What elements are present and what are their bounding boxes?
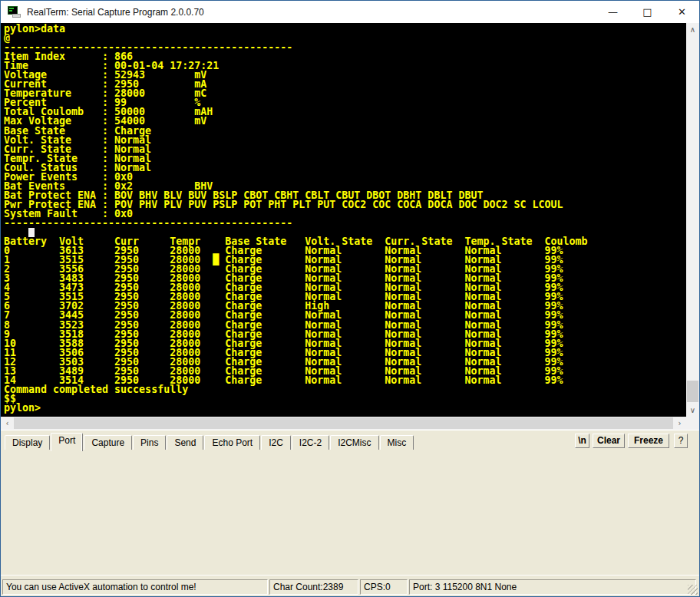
help-button[interactable]: ?	[674, 434, 688, 448]
tab-strip: DisplayPortCapturePinsSendEcho PortI2CI2…	[5, 433, 414, 450]
tab-port[interactable]: Port	[51, 433, 83, 451]
minimize-button[interactable]: —	[596, 1, 630, 23]
realterm-window: RealTerm: Serial Capture Program 2.0.0.7…	[0, 0, 700, 597]
scroll-left-icon[interactable]: ‹	[1, 417, 14, 430]
tab-send[interactable]: Send	[167, 435, 203, 450]
clear-button[interactable]: Clear	[593, 434, 625, 448]
terminal-display[interactable]: pylon>data @ ---------------------------…	[1, 23, 686, 417]
freeze-button[interactable]: Freeze	[628, 434, 669, 448]
window-title: RealTerm: Serial Capture Program 2.0.0.7…	[27, 7, 204, 18]
resize-grip[interactable]	[688, 585, 698, 595]
statusbar-char-count: Char Count:2389	[269, 579, 358, 595]
titlebar[interactable]: RealTerm: Serial Capture Program 2.0.0.7…	[1, 1, 699, 23]
scroll-up-icon[interactable]: ∧	[686, 23, 699, 36]
tab-capture[interactable]: Capture	[84, 435, 132, 450]
horizontal-scrollbar[interactable]: ‹ ›	[1, 417, 686, 430]
terminal-output: pylon>data @ ---------------------------…	[1, 23, 686, 413]
horizontal-scrollbar-thumb[interactable]	[14, 417, 673, 429]
tab-pins[interactable]: Pins	[133, 435, 166, 450]
tab-i2c-2[interactable]: I2C-2	[292, 435, 329, 450]
statusbar-message: You can use ActiveX automation to contro…	[2, 579, 268, 595]
vertical-scrollbar-thumb[interactable]	[687, 381, 698, 402]
terminal-cursor	[28, 228, 35, 237]
tab-i2c[interactable]: I2C	[261, 435, 291, 450]
statusbar: You can use ActiveX automation to contro…	[1, 577, 699, 597]
newline-button[interactable]: \n	[575, 434, 589, 448]
tab-bar: DisplayPortCapturePinsSendEcho PortI2CI2…	[1, 430, 699, 450]
scroll-down-icon[interactable]: ∨	[686, 404, 699, 417]
tab-display[interactable]: Display	[5, 435, 50, 450]
app-icon	[8, 5, 21, 18]
scrollbar-corner	[686, 417, 699, 430]
statusbar-port-info: Port: 3 115200 8N1 None	[409, 579, 696, 595]
scroll-right-icon[interactable]: ›	[673, 417, 686, 430]
tab-misc[interactable]: Misc	[380, 435, 414, 450]
statusbar-cps: CPS:0	[360, 579, 408, 595]
vertical-scrollbar[interactable]: ∧ ∨	[686, 23, 699, 417]
port-tab-panel: Baud 115200 ▼ Port 3 ▼ Open Spy ✔Change …	[1, 450, 699, 575]
close-button[interactable]: ✕	[665, 1, 699, 23]
maximize-button[interactable]: □	[630, 1, 665, 23]
tab-echo-port[interactable]: Echo Port	[204, 435, 260, 450]
tab-i2cmisc[interactable]: I2CMisc	[330, 435, 378, 450]
